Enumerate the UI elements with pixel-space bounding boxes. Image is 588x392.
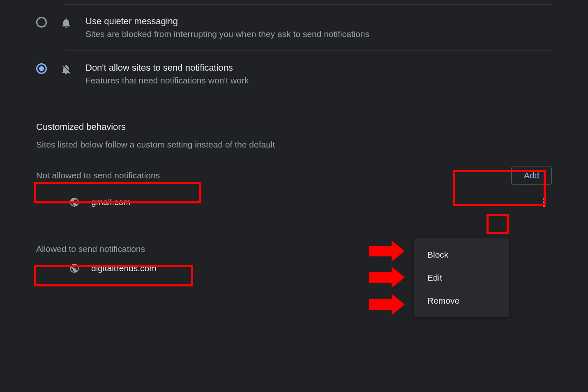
radio-selected-icon[interactable] <box>36 63 47 74</box>
not-allowed-header: Not allowed to send notifications Add <box>36 166 552 185</box>
option-quieter-messaging[interactable]: Use quieter messaging Sites are blocked … <box>36 5 552 51</box>
globe-icon <box>69 197 80 208</box>
not-allowed-title: Not allowed to send notifications <box>36 171 160 180</box>
site-name: gmail.com <box>91 197 524 207</box>
radio-unselected-icon[interactable] <box>36 17 47 28</box>
site-actions-menu: Block Edit Remove <box>414 238 509 317</box>
globe-icon <box>69 263 80 274</box>
menu-item-edit[interactable]: Edit <box>414 266 509 289</box>
more-actions-button[interactable] <box>535 194 552 210</box>
allowed-title: Allowed to send notifications <box>36 244 145 254</box>
menu-item-block[interactable]: Block <box>414 243 509 266</box>
annotation-arrow <box>369 299 392 310</box>
site-row-not-allowed: gmail.com <box>36 185 552 219</box>
option-title: Use quieter messaging <box>85 16 552 27</box>
option-description: Sites are blocked from interrupting you … <box>85 29 552 39</box>
bell-off-icon <box>60 63 72 76</box>
menu-item-remove[interactable]: Remove <box>414 289 509 312</box>
section-title: Customized behaviors <box>36 122 552 132</box>
add-not-allowed-button[interactable]: Add <box>511 166 552 185</box>
option-description: Features that need notifications won't w… <box>85 76 552 85</box>
bell-icon <box>60 17 72 29</box>
more-vertical-icon <box>543 198 545 207</box>
option-dont-allow-notifications[interactable]: Don't allow sites to send notifications … <box>36 51 552 97</box>
option-title: Don't allow sites to send notifications <box>85 62 552 73</box>
section-description: Sites listed below follow a custom setti… <box>36 140 552 150</box>
